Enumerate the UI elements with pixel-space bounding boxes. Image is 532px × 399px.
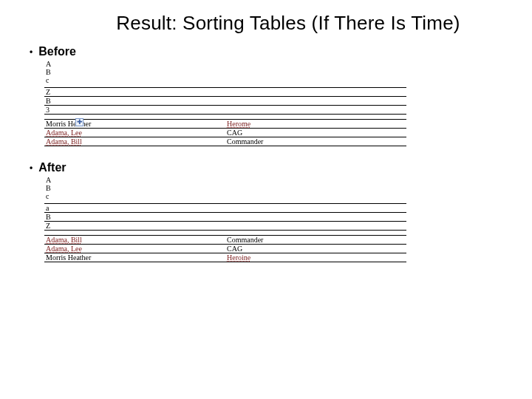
cell-text: CAG — [227, 245, 242, 253]
cell-text: Adama, Bill — [46, 137, 82, 146]
before-label: Before — [38, 45, 76, 58]
table-row: Z — [44, 222, 406, 231]
after-table-2: Adama, BillCommander Adama, LeeCAG Morri… — [44, 235, 406, 262]
slide: Result: Sorting Tables (If There Is Time… — [0, 0, 532, 262]
after-table-1: a B Z — [44, 203, 406, 231]
list-item: A — [46, 60, 502, 68]
before-list-abc: A B c — [46, 60, 502, 84]
cell-text: Adama, Bill — [46, 236, 82, 244]
cell-text: Herome — [227, 120, 250, 128]
table-move-handle-icon[interactable]: ✚ — [75, 118, 83, 126]
list-item: A — [46, 176, 502, 184]
after-block: A B c a B Z Adama, BillCommander Adama, … — [44, 176, 502, 262]
slide-title: Result: Sorting Tables (If There Is Time… — [74, 12, 502, 35]
table-row: 3 — [44, 106, 406, 115]
cell-text: Adama, Lee — [46, 129, 82, 137]
after-heading: • After — [30, 161, 502, 174]
table-row: Adama, LeeCAG — [44, 129, 406, 137]
table-row: a — [44, 204, 406, 213]
cell-text: Morris Heather — [46, 120, 91, 128]
cell-text: Heroine — [227, 253, 250, 262]
after-list-abc: A B c — [46, 176, 502, 200]
table-row: Morris HeatherHerome — [44, 120, 406, 129]
table-row: Adama, LeeCAG — [44, 245, 406, 253]
before-table-1: Z B 3 — [44, 87, 406, 115]
cell-text: CAG — [227, 129, 242, 137]
list-item: B — [46, 184, 502, 192]
table-row: B — [44, 97, 406, 106]
bullet-dot-icon: • — [30, 47, 33, 56]
cell-text: Morris Heather — [46, 253, 91, 262]
cell-text: Commander — [227, 236, 263, 244]
table-row: Adama, BillCommander — [44, 236, 406, 245]
list-item: c — [46, 192, 502, 200]
table-row: Morris HeatherHeroine — [44, 253, 406, 262]
before-table-2: Morris HeatherHerome Adama, LeeCAG Adama… — [44, 119, 406, 146]
before-block: A B c Z B 3 ✚ Morris HeatherHerome Adama… — [44, 60, 502, 146]
cell-text: Adama, Lee — [46, 245, 82, 253]
list-item: B — [46, 68, 502, 76]
table-row: Z — [44, 88, 406, 97]
after-label: After — [38, 161, 66, 174]
before-heading: • Before — [30, 45, 502, 58]
cell-text: Commander — [227, 137, 263, 146]
list-item: c — [46, 76, 502, 84]
bullet-dot-icon: • — [30, 163, 33, 172]
table-row: Adama, BillCommander — [44, 137, 406, 146]
table-row: B — [44, 213, 406, 222]
